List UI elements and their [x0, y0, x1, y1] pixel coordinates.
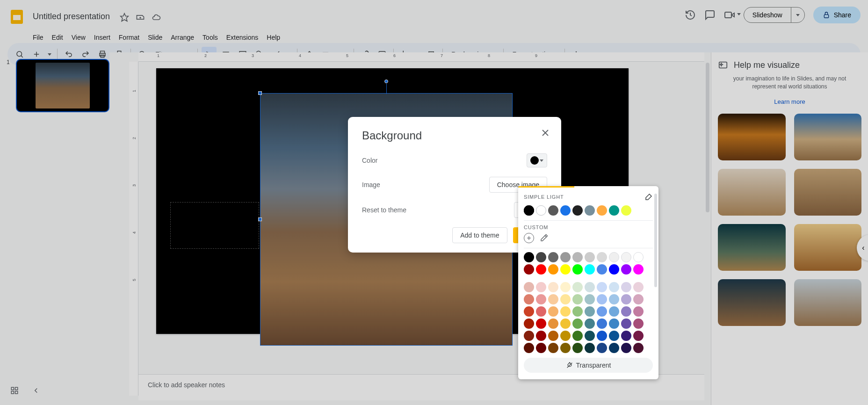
color-swatch[interactable]	[536, 343, 546, 353]
menu-extensions[interactable]: Extensions	[223, 32, 262, 43]
theme-swatch[interactable]	[621, 205, 631, 216]
share-button[interactable]: Share	[813, 7, 861, 23]
color-swatch[interactable]	[560, 343, 571, 353]
add-custom-color-icon[interactable]	[524, 233, 534, 243]
color-swatch[interactable]	[548, 282, 558, 292]
suggestion-thumb[interactable]	[718, 279, 786, 326]
suggestion-thumb[interactable]	[794, 224, 862, 271]
slideshow-dropdown[interactable]	[791, 7, 804, 22]
suggestion-thumb[interactable]	[718, 224, 786, 271]
color-swatch[interactable]	[548, 318, 558, 329]
menu-slide[interactable]: Slide	[144, 32, 166, 43]
color-swatch[interactable]	[609, 264, 619, 275]
color-swatch[interactable]	[572, 282, 583, 292]
color-swatch[interactable]	[597, 264, 607, 275]
edit-theme-icon[interactable]	[644, 193, 653, 201]
color-dropdown[interactable]	[527, 153, 547, 167]
color-swatch[interactable]	[585, 264, 595, 275]
color-swatch[interactable]	[621, 252, 631, 262]
add-to-theme-button[interactable]: Add to theme	[452, 227, 507, 243]
color-swatch[interactable]	[609, 306, 619, 317]
menu-view[interactable]: View	[68, 32, 89, 43]
color-swatch[interactable]	[572, 318, 583, 329]
color-swatch[interactable]	[524, 331, 534, 341]
color-swatch[interactable]	[609, 318, 619, 329]
color-swatch[interactable]	[609, 282, 619, 292]
resize-handle[interactable]	[258, 91, 262, 95]
color-swatch[interactable]	[572, 343, 583, 353]
color-swatch[interactable]	[536, 282, 546, 292]
color-swatch[interactable]	[633, 318, 644, 329]
color-swatch[interactable]	[548, 252, 558, 262]
color-swatch[interactable]	[633, 294, 644, 304]
theme-swatch[interactable]	[560, 205, 571, 216]
color-swatch[interactable]	[585, 331, 595, 341]
color-swatch[interactable]	[621, 306, 631, 317]
color-swatch[interactable]	[572, 331, 583, 341]
color-swatch[interactable]	[609, 331, 619, 341]
suggestion-thumb[interactable]	[718, 169, 786, 216]
color-swatch[interactable]	[536, 306, 546, 317]
menu-insert[interactable]: Insert	[90, 32, 114, 43]
color-swatch[interactable]	[597, 294, 607, 304]
color-swatch[interactable]	[524, 264, 534, 275]
color-swatch[interactable]	[597, 282, 607, 292]
color-swatch[interactable]	[609, 294, 619, 304]
menu-arrange[interactable]: Arrange	[167, 32, 198, 43]
color-swatch[interactable]	[585, 318, 595, 329]
theme-swatch[interactable]	[548, 205, 558, 216]
color-swatch[interactable]	[621, 264, 631, 275]
color-swatch[interactable]	[621, 294, 631, 304]
color-swatch[interactable]	[597, 252, 607, 262]
color-swatch[interactable]	[548, 331, 558, 341]
theme-swatch[interactable]	[572, 205, 583, 216]
color-swatch[interactable]	[536, 252, 546, 262]
color-swatch[interactable]	[560, 318, 571, 329]
color-swatch[interactable]	[585, 294, 595, 304]
suggestion-thumb[interactable]	[794, 114, 862, 160]
color-swatch[interactable]	[621, 331, 631, 341]
menu-file[interactable]: File	[29, 32, 47, 43]
color-swatch[interactable]	[572, 294, 583, 304]
color-swatch[interactable]	[633, 343, 644, 353]
menu-format[interactable]: Format	[115, 32, 143, 43]
color-swatch[interactable]	[633, 306, 644, 317]
cloud-status-icon[interactable]	[152, 13, 161, 22]
color-swatch[interactable]	[597, 306, 607, 317]
color-swatch[interactable]	[536, 331, 546, 341]
suggestion-thumb[interactable]	[794, 279, 862, 326]
color-swatch[interactable]	[560, 294, 571, 304]
grid-view-icon[interactable]	[10, 386, 19, 397]
color-swatch[interactable]	[585, 343, 595, 353]
color-swatch[interactable]	[560, 331, 571, 341]
color-swatch[interactable]	[597, 318, 607, 329]
color-swatch[interactable]	[609, 343, 619, 353]
meet-icon[interactable]	[724, 9, 735, 21]
color-swatch[interactable]	[548, 294, 558, 304]
color-swatch[interactable]	[621, 318, 631, 329]
learn-more-link[interactable]: Learn more	[718, 98, 861, 105]
color-swatch[interactable]	[560, 282, 571, 292]
suggestion-thumb[interactable]	[718, 114, 786, 160]
color-swatch[interactable]	[536, 294, 546, 304]
color-swatch[interactable]	[609, 252, 619, 262]
resize-handle[interactable]	[258, 217, 262, 221]
history-icon[interactable]	[685, 9, 696, 21]
color-swatch[interactable]	[572, 252, 583, 262]
theme-swatch[interactable]	[597, 205, 607, 216]
rotation-handle[interactable]	[384, 80, 388, 83]
color-swatch[interactable]	[633, 282, 644, 292]
color-swatch[interactable]	[524, 282, 534, 292]
color-swatch[interactable]	[560, 306, 571, 317]
comments-icon[interactable]	[704, 9, 716, 21]
menu-help[interactable]: Help	[263, 32, 284, 43]
color-swatch[interactable]	[536, 264, 546, 275]
color-swatch[interactable]	[572, 264, 583, 275]
color-swatch[interactable]	[585, 306, 595, 317]
color-swatch[interactable]	[572, 306, 583, 317]
menu-tools[interactable]: Tools	[199, 32, 222, 43]
scrollbar[interactable]	[706, 63, 709, 372]
color-swatch[interactable]	[633, 331, 644, 341]
color-swatch[interactable]	[536, 318, 546, 329]
eyedropper-icon[interactable]	[539, 233, 549, 243]
